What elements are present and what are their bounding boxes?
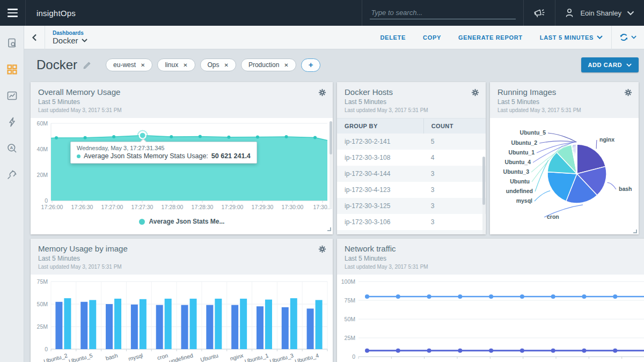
table-cell: 3: [423, 170, 486, 178]
bar2-Ubuntu_5[interactable]: [89, 300, 96, 349]
add-card-button[interactable]: ADD CARD: [581, 57, 639, 72]
back-chevron-icon[interactable]: [24, 26, 45, 49]
user-menu[interactable]: Eoin Shanley: [555, 0, 644, 26]
line-point[interactable]: [365, 349, 369, 353]
action-button-delete[interactable]: DELETE: [371, 34, 414, 41]
bar-chart[interactable]: 025M50M75MUbuntu_2Ubuntu_5bashmysqlcronu…: [31, 275, 333, 362]
bar-Ubuntu_2[interactable]: [55, 302, 62, 349]
dashboard-selector[interactable]: Docker: [53, 36, 87, 45]
tag-remove-icon[interactable]: ✕: [224, 62, 229, 68]
bar2-Ubuntu[interactable]: [215, 299, 222, 349]
area-chart[interactable]: 020M40M60M17:26:0017:26:3017:27:0017:27:…: [31, 118, 333, 233]
bar-nginx[interactable]: [231, 305, 238, 349]
sidebar-item-charts[interactable]: [0, 83, 24, 109]
table-row: ip-172-30-2-1415: [337, 134, 486, 150]
chevron-down-icon: [82, 39, 87, 42]
tag-label: Ops: [208, 61, 219, 69]
tag-pill[interactable]: Ops✕: [200, 58, 236, 71]
settings-gear-icon[interactable]: [318, 245, 326, 253]
action-button-copy[interactable]: COPY: [414, 34, 450, 41]
line-point[interactable]: [458, 294, 462, 299]
settings-gear-icon[interactable]: [624, 88, 632, 97]
bar-cron[interactable]: [156, 305, 163, 349]
line-point[interactable]: [458, 349, 462, 353]
tag-pill[interactable]: Production✕: [241, 58, 296, 71]
sidebar-item-query[interactable]: A: [0, 135, 24, 161]
dashboard-title-row: Docker eu-west✕linux✕Ops✕Production✕+ AD…: [24, 49, 644, 80]
line-point[interactable]: [489, 349, 493, 353]
line-point[interactable]: [551, 294, 555, 299]
sidebar-item-connections[interactable]: [0, 161, 24, 188]
chart-legend[interactable]: Average Json Stats Me...: [31, 218, 333, 225]
tag-remove-icon[interactable]: ✕: [183, 62, 187, 68]
chevron-down-icon: [597, 35, 603, 39]
bar2-Ubuntu_1[interactable]: [265, 300, 272, 349]
action-button-generate-report[interactable]: GENERATE REPORT: [450, 34, 531, 41]
line-chart[interactable]: 025M50M75M100M: [337, 275, 644, 362]
bar2-bash[interactable]: [114, 299, 121, 349]
line-point[interactable]: [489, 294, 493, 299]
bar2-nginx[interactable]: [240, 299, 247, 349]
line-point[interactable]: [613, 294, 617, 299]
bar2-undefined[interactable]: [190, 299, 197, 349]
tag-pill[interactable]: eu-west✕: [106, 58, 152, 71]
line-point[interactable]: [520, 349, 524, 353]
bar-Ubuntu_5[interactable]: [80, 302, 87, 349]
line-point[interactable]: [427, 294, 431, 299]
sidebar-item-log-search[interactable]: [0, 30, 24, 56]
refresh-button[interactable]: [612, 33, 644, 42]
bar2-Ubuntu_3[interactable]: [290, 298, 297, 349]
add-tag-button[interactable]: +: [301, 58, 321, 72]
resize-handle[interactable]: [327, 227, 331, 231]
bar-bash[interactable]: [106, 304, 113, 349]
svg-text:20M: 20M: [37, 172, 48, 178]
user-name: Eoin Shanley: [580, 9, 621, 17]
line-point[interactable]: [551, 349, 555, 353]
tag-remove-icon[interactable]: ✕: [141, 62, 145, 68]
svg-text:Ubuntu_3: Ubuntu_3: [269, 352, 294, 362]
line-point[interactable]: [365, 294, 369, 299]
resize-handle[interactable]: [633, 230, 637, 233]
scrollbar[interactable]: [482, 157, 485, 234]
line-point[interactable]: [520, 294, 524, 299]
breadcrumb-dashboards[interactable]: Dashboards: [53, 30, 87, 36]
line-point[interactable]: [396, 294, 400, 299]
line-point[interactable]: [427, 349, 431, 353]
sidebar-item-dashboards[interactable]: [0, 56, 24, 83]
card-title: Overall Memory Usage: [38, 87, 325, 97]
pencil-icon[interactable]: [83, 61, 92, 70]
bar2-cron[interactable]: [165, 299, 172, 349]
bar-undefined[interactable]: [181, 305, 188, 349]
bar-mysql[interactable]: [131, 305, 138, 349]
top-nav: insightOps Eoin Shanley: [0, 0, 644, 26]
svg-text:17:30:00: 17:30:00: [282, 204, 304, 210]
bar-Ubuntu[interactable]: [206, 305, 213, 349]
bar-Ubuntu_3[interactable]: [282, 307, 289, 349]
settings-gear-icon[interactable]: [318, 88, 326, 97]
tag-pill[interactable]: linux✕: [157, 58, 195, 71]
menu-icon[interactable]: [0, 0, 26, 26]
line-point[interactable]: [396, 349, 400, 353]
pie-label-bash: bash: [619, 186, 632, 192]
line-point[interactable]: [582, 349, 586, 353]
megaphone-icon[interactable]: [524, 0, 555, 26]
settings-gear-icon[interactable]: [471, 88, 479, 97]
pie-chart[interactable]: nginxbashcronmysqlundefinedUbuntuUbuntu_…: [490, 118, 639, 234]
bar2-Ubuntu_4[interactable]: [316, 300, 323, 349]
scrollbar[interactable]: [330, 121, 332, 209]
chevron-down-icon: [627, 11, 634, 16]
line-point[interactable]: [613, 349, 617, 353]
sidebar-item-alerts[interactable]: [0, 109, 24, 135]
bar2-Ubuntu_2[interactable]: [64, 298, 71, 349]
tag-remove-icon[interactable]: ✕: [284, 62, 288, 68]
line-point[interactable]: [582, 294, 586, 299]
bar2-mysql[interactable]: [140, 299, 147, 349]
bar-Ubuntu_1[interactable]: [257, 306, 264, 349]
brand-logo[interactable]: insightOps: [36, 9, 76, 18]
search-input[interactable]: [370, 6, 516, 19]
table-cell: ip-172-30-3-125: [337, 202, 423, 210]
time-range-selector[interactable]: LAST 5 MINUTES: [531, 34, 611, 41]
toolbar-actions: DELETECOPYGENERATE REPORT LAST 5 MINUTES: [371, 26, 644, 49]
bar-Ubuntu_4[interactable]: [307, 308, 314, 349]
user-icon: [564, 8, 575, 18]
